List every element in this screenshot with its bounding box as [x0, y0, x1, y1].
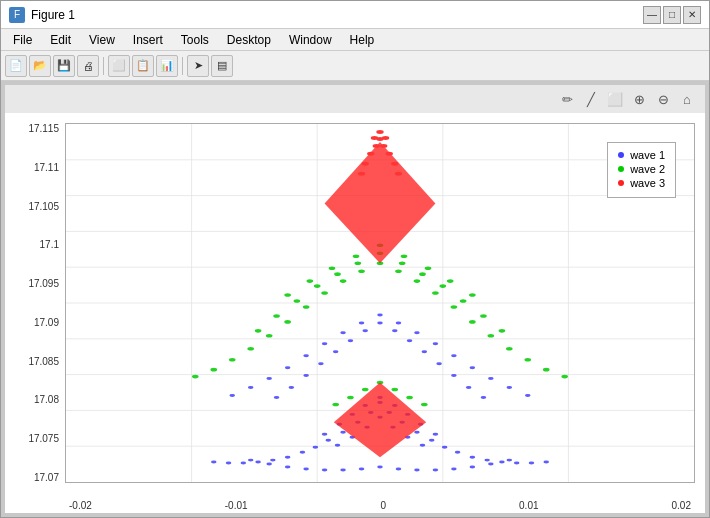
legend-label-wave2: wave 2: [630, 163, 665, 175]
maximize-button[interactable]: □: [663, 6, 681, 24]
app-icon: F: [9, 7, 25, 23]
x-label-5: 0.02: [672, 500, 691, 511]
svg-point-98: [507, 386, 513, 389]
svg-point-30: [255, 461, 261, 464]
svg-point-83: [481, 396, 487, 399]
menu-desktop[interactable]: Desktop: [219, 31, 279, 49]
svg-point-28: [270, 459, 276, 462]
svg-point-23: [442, 446, 448, 449]
svg-point-49: [433, 433, 439, 436]
main-window: F Figure 1 — □ ✕ File Edit View Insert T…: [0, 0, 710, 518]
svg-point-24: [300, 451, 306, 454]
svg-point-108: [303, 305, 310, 309]
toolbar-separator-1: [103, 57, 104, 75]
svg-point-139: [425, 266, 432, 270]
grid-button[interactable]: ▤: [211, 55, 233, 77]
arrow-button[interactable]: ➤: [187, 55, 209, 77]
svg-point-31: [499, 461, 505, 464]
edit-tool-button[interactable]: ✏: [557, 89, 577, 109]
svg-point-50: [226, 462, 232, 465]
menu-help[interactable]: Help: [342, 31, 383, 49]
svg-point-99: [229, 394, 235, 397]
close-button[interactable]: ✕: [683, 6, 701, 24]
svg-point-55: [359, 468, 365, 471]
svg-point-86: [396, 321, 402, 324]
y-label-2: 17.11: [34, 162, 59, 173]
brush-tool-button[interactable]: ╱: [581, 89, 601, 109]
svg-point-61: [303, 468, 309, 471]
legend: wave 1 wave 2 wave 3: [607, 142, 676, 198]
svg-point-155: [380, 144, 387, 148]
svg-point-130: [460, 299, 467, 303]
svg-point-60: [433, 469, 439, 472]
menu-tools[interactable]: Tools: [173, 31, 217, 49]
svg-point-32: [241, 462, 247, 465]
svg-point-96: [488, 377, 494, 380]
svg-point-160: [358, 172, 365, 176]
svg-point-102: [358, 269, 365, 273]
toggle-btn-2[interactable]: 📋: [132, 55, 154, 77]
svg-point-137: [401, 254, 408, 258]
svg-marker-151: [325, 142, 436, 263]
svg-point-70: [362, 329, 368, 332]
svg-point-136: [353, 254, 360, 258]
svg-point-81: [466, 386, 472, 389]
svg-point-73: [407, 339, 413, 342]
toggle-btn-3[interactable]: 📊: [156, 55, 178, 77]
svg-point-65: [266, 463, 272, 466]
svg-point-63: [285, 466, 291, 469]
menu-edit[interactable]: Edit: [42, 31, 79, 49]
home-button[interactable]: ⌂: [677, 89, 697, 109]
svg-point-95: [266, 377, 272, 380]
svg-point-115: [506, 347, 513, 351]
svg-point-149: [332, 403, 339, 407]
svg-point-20: [326, 439, 332, 442]
svg-point-123: [355, 261, 362, 265]
svg-point-64: [470, 466, 476, 469]
zoom-out-button[interactable]: ⊖: [653, 89, 673, 109]
svg-point-138: [329, 266, 336, 270]
zoom-in-button[interactable]: ⊕: [629, 89, 649, 109]
y-label-1: 17.115: [28, 123, 59, 134]
svg-point-67: [248, 459, 254, 462]
y-axis-labels: 17.115 17.11 17.105 17.1 17.095 17.09 17…: [5, 123, 63, 483]
menu-view[interactable]: View: [81, 31, 123, 49]
svg-point-134: [499, 329, 506, 333]
content-area: ✏ ╱ ⬜ ⊕ ⊖ ⌂ 17.115 17.11 17.105 17.1 17.…: [1, 81, 709, 517]
plot-container[interactable]: wave 1 wave 2 wave 3: [65, 123, 695, 483]
svg-point-82: [274, 396, 280, 399]
open-button[interactable]: 📂: [29, 55, 51, 77]
legend-dot-wave1: [618, 152, 624, 158]
svg-point-39: [335, 444, 341, 447]
select-tool-button[interactable]: ⬜: [605, 89, 625, 109]
x-label-2: -0.01: [225, 500, 248, 511]
minimize-button[interactable]: —: [643, 6, 661, 24]
menu-window[interactable]: Window: [281, 31, 340, 49]
svg-point-121: [561, 375, 568, 379]
print-button[interactable]: 🖨: [77, 55, 99, 77]
svg-point-76: [318, 362, 324, 365]
y-label-3: 17.105: [28, 201, 59, 212]
svg-point-143: [469, 293, 476, 297]
svg-point-125: [334, 272, 341, 276]
svg-point-48: [322, 433, 328, 436]
svg-point-74: [333, 350, 339, 353]
svg-point-140: [306, 279, 313, 283]
toggle-btn-1[interactable]: ⬜: [108, 55, 130, 77]
svg-point-89: [322, 342, 328, 345]
x-label-4: 0.01: [519, 500, 538, 511]
menu-insert[interactable]: Insert: [125, 31, 171, 49]
save-button[interactable]: 💾: [53, 55, 75, 77]
y-label-10: 17.07: [34, 472, 59, 483]
svg-point-40: [420, 444, 426, 447]
menu-file[interactable]: File: [5, 31, 40, 49]
svg-point-158: [362, 162, 369, 166]
new-button[interactable]: 📄: [5, 55, 27, 77]
svg-point-88: [414, 331, 420, 334]
svg-point-84: [377, 313, 383, 316]
y-label-4: 17.1: [40, 239, 59, 250]
svg-point-33: [514, 462, 520, 465]
window-controls: — □ ✕: [643, 6, 701, 24]
svg-point-112: [266, 334, 273, 338]
svg-point-118: [210, 368, 217, 372]
